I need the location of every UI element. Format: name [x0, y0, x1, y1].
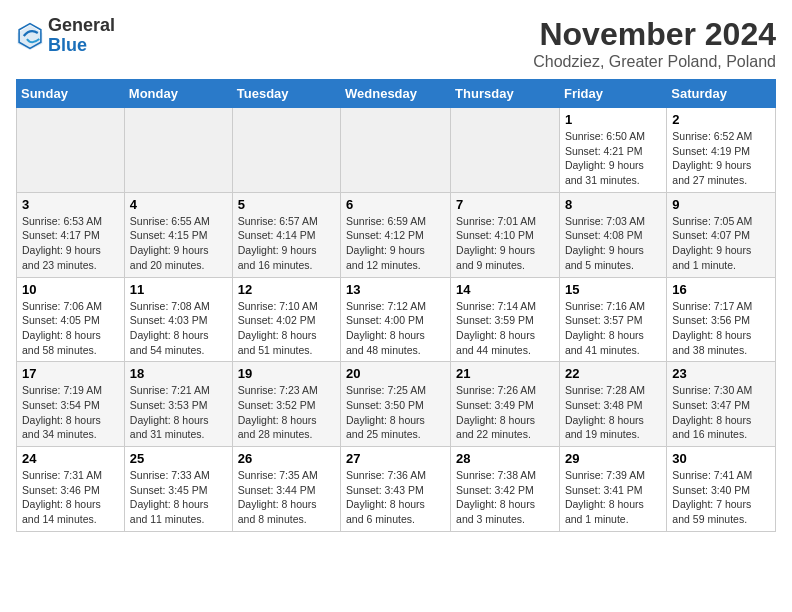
day-number: 30: [672, 451, 770, 466]
day-cell: 13Sunrise: 7:12 AM Sunset: 4:00 PM Dayli…: [341, 277, 451, 362]
day-info: Sunrise: 7:16 AM Sunset: 3:57 PM Dayligh…: [565, 299, 661, 358]
day-number: 9: [672, 197, 770, 212]
day-number: 6: [346, 197, 445, 212]
week-row-4: 17Sunrise: 7:19 AM Sunset: 3:54 PM Dayli…: [17, 362, 776, 447]
day-cell: 10Sunrise: 7:06 AM Sunset: 4:05 PM Dayli…: [17, 277, 125, 362]
week-row-1: 1Sunrise: 6:50 AM Sunset: 4:21 PM Daylig…: [17, 108, 776, 193]
day-cell: 17Sunrise: 7:19 AM Sunset: 3:54 PM Dayli…: [17, 362, 125, 447]
day-number: 14: [456, 282, 554, 297]
day-info: Sunrise: 6:55 AM Sunset: 4:15 PM Dayligh…: [130, 214, 227, 273]
day-info: Sunrise: 6:50 AM Sunset: 4:21 PM Dayligh…: [565, 129, 661, 188]
day-cell: 9Sunrise: 7:05 AM Sunset: 4:07 PM Daylig…: [667, 192, 776, 277]
day-cell: 19Sunrise: 7:23 AM Sunset: 3:52 PM Dayli…: [232, 362, 340, 447]
day-info: Sunrise: 7:06 AM Sunset: 4:05 PM Dayligh…: [22, 299, 119, 358]
day-info: Sunrise: 7:12 AM Sunset: 4:00 PM Dayligh…: [346, 299, 445, 358]
day-cell: 26Sunrise: 7:35 AM Sunset: 3:44 PM Dayli…: [232, 447, 340, 532]
day-cell: 30Sunrise: 7:41 AM Sunset: 3:40 PM Dayli…: [667, 447, 776, 532]
day-cell: [341, 108, 451, 193]
day-info: Sunrise: 7:05 AM Sunset: 4:07 PM Dayligh…: [672, 214, 770, 273]
day-cell: 23Sunrise: 7:30 AM Sunset: 3:47 PM Dayli…: [667, 362, 776, 447]
day-cell: 2Sunrise: 6:52 AM Sunset: 4:19 PM Daylig…: [667, 108, 776, 193]
week-row-5: 24Sunrise: 7:31 AM Sunset: 3:46 PM Dayli…: [17, 447, 776, 532]
day-number: 1: [565, 112, 661, 127]
day-number: 16: [672, 282, 770, 297]
day-cell: 6Sunrise: 6:59 AM Sunset: 4:12 PM Daylig…: [341, 192, 451, 277]
day-cell: 12Sunrise: 7:10 AM Sunset: 4:02 PM Dayli…: [232, 277, 340, 362]
day-cell: [232, 108, 340, 193]
day-info: Sunrise: 7:26 AM Sunset: 3:49 PM Dayligh…: [456, 383, 554, 442]
day-info: Sunrise: 7:33 AM Sunset: 3:45 PM Dayligh…: [130, 468, 227, 527]
day-number: 20: [346, 366, 445, 381]
day-cell: [124, 108, 232, 193]
day-info: Sunrise: 6:59 AM Sunset: 4:12 PM Dayligh…: [346, 214, 445, 273]
day-number: 27: [346, 451, 445, 466]
column-header-wednesday: Wednesday: [341, 80, 451, 108]
day-number: 15: [565, 282, 661, 297]
logo: General Blue: [16, 16, 115, 56]
day-info: Sunrise: 7:38 AM Sunset: 3:42 PM Dayligh…: [456, 468, 554, 527]
day-number: 28: [456, 451, 554, 466]
day-number: 5: [238, 197, 335, 212]
day-cell: 25Sunrise: 7:33 AM Sunset: 3:45 PM Dayli…: [124, 447, 232, 532]
logo-general: General: [48, 16, 115, 36]
day-number: 2: [672, 112, 770, 127]
day-cell: 11Sunrise: 7:08 AM Sunset: 4:03 PM Dayli…: [124, 277, 232, 362]
day-number: 26: [238, 451, 335, 466]
day-cell: 5Sunrise: 6:57 AM Sunset: 4:14 PM Daylig…: [232, 192, 340, 277]
day-cell: 16Sunrise: 7:17 AM Sunset: 3:56 PM Dayli…: [667, 277, 776, 362]
day-cell: 21Sunrise: 7:26 AM Sunset: 3:49 PM Dayli…: [451, 362, 560, 447]
day-cell: [451, 108, 560, 193]
day-number: 10: [22, 282, 119, 297]
day-info: Sunrise: 7:19 AM Sunset: 3:54 PM Dayligh…: [22, 383, 119, 442]
day-cell: 18Sunrise: 7:21 AM Sunset: 3:53 PM Dayli…: [124, 362, 232, 447]
day-number: 25: [130, 451, 227, 466]
logo-icon: [16, 22, 44, 50]
day-info: Sunrise: 7:01 AM Sunset: 4:10 PM Dayligh…: [456, 214, 554, 273]
day-info: Sunrise: 7:10 AM Sunset: 4:02 PM Dayligh…: [238, 299, 335, 358]
day-cell: 22Sunrise: 7:28 AM Sunset: 3:48 PM Dayli…: [559, 362, 666, 447]
calendar-subtitle: Chodziez, Greater Poland, Poland: [533, 53, 776, 71]
column-header-tuesday: Tuesday: [232, 80, 340, 108]
day-number: 8: [565, 197, 661, 212]
day-cell: 4Sunrise: 6:55 AM Sunset: 4:15 PM Daylig…: [124, 192, 232, 277]
day-cell: 24Sunrise: 7:31 AM Sunset: 3:46 PM Dayli…: [17, 447, 125, 532]
column-header-monday: Monday: [124, 80, 232, 108]
title-section: November 2024 Chodziez, Greater Poland, …: [533, 16, 776, 71]
day-cell: 7Sunrise: 7:01 AM Sunset: 4:10 PM Daylig…: [451, 192, 560, 277]
day-number: 7: [456, 197, 554, 212]
day-number: 3: [22, 197, 119, 212]
column-header-thursday: Thursday: [451, 80, 560, 108]
day-info: Sunrise: 7:14 AM Sunset: 3:59 PM Dayligh…: [456, 299, 554, 358]
day-cell: [17, 108, 125, 193]
calendar-title: November 2024: [533, 16, 776, 53]
day-info: Sunrise: 7:30 AM Sunset: 3:47 PM Dayligh…: [672, 383, 770, 442]
day-number: 4: [130, 197, 227, 212]
day-info: Sunrise: 7:31 AM Sunset: 3:46 PM Dayligh…: [22, 468, 119, 527]
day-info: Sunrise: 7:28 AM Sunset: 3:48 PM Dayligh…: [565, 383, 661, 442]
day-info: Sunrise: 7:39 AM Sunset: 3:41 PM Dayligh…: [565, 468, 661, 527]
column-header-saturday: Saturday: [667, 80, 776, 108]
logo-blue: Blue: [48, 36, 115, 56]
week-row-3: 10Sunrise: 7:06 AM Sunset: 4:05 PM Dayli…: [17, 277, 776, 362]
day-cell: 28Sunrise: 7:38 AM Sunset: 3:42 PM Dayli…: [451, 447, 560, 532]
day-cell: 8Sunrise: 7:03 AM Sunset: 4:08 PM Daylig…: [559, 192, 666, 277]
day-info: Sunrise: 7:35 AM Sunset: 3:44 PM Dayligh…: [238, 468, 335, 527]
day-info: Sunrise: 7:41 AM Sunset: 3:40 PM Dayligh…: [672, 468, 770, 527]
column-header-friday: Friday: [559, 80, 666, 108]
day-info: Sunrise: 7:17 AM Sunset: 3:56 PM Dayligh…: [672, 299, 770, 358]
day-number: 13: [346, 282, 445, 297]
day-cell: 20Sunrise: 7:25 AM Sunset: 3:50 PM Dayli…: [341, 362, 451, 447]
day-number: 22: [565, 366, 661, 381]
calendar-header-row: SundayMondayTuesdayWednesdayThursdayFrid…: [17, 80, 776, 108]
day-number: 12: [238, 282, 335, 297]
day-info: Sunrise: 6:53 AM Sunset: 4:17 PM Dayligh…: [22, 214, 119, 273]
day-info: Sunrise: 7:21 AM Sunset: 3:53 PM Dayligh…: [130, 383, 227, 442]
day-number: 21: [456, 366, 554, 381]
day-info: Sunrise: 6:57 AM Sunset: 4:14 PM Dayligh…: [238, 214, 335, 273]
day-info: Sunrise: 7:03 AM Sunset: 4:08 PM Dayligh…: [565, 214, 661, 273]
day-number: 19: [238, 366, 335, 381]
day-cell: 15Sunrise: 7:16 AM Sunset: 3:57 PM Dayli…: [559, 277, 666, 362]
day-info: Sunrise: 7:08 AM Sunset: 4:03 PM Dayligh…: [130, 299, 227, 358]
day-info: Sunrise: 7:36 AM Sunset: 3:43 PM Dayligh…: [346, 468, 445, 527]
day-info: Sunrise: 6:52 AM Sunset: 4:19 PM Dayligh…: [672, 129, 770, 188]
